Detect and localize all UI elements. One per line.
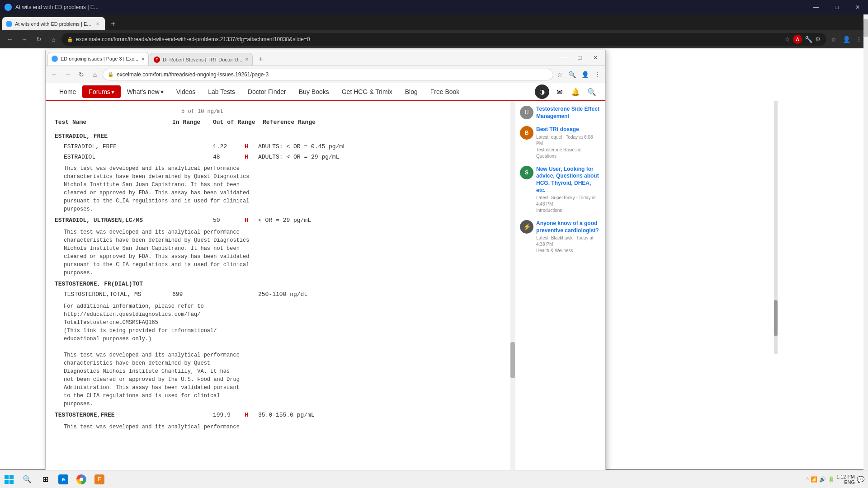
nav-search-icon[interactable]: 🔍 (585, 85, 598, 98)
section-estradiol-ultrasen: ESTRADIOL, ULTRASEN,LC/MS 50 H < OR = 29… (55, 216, 506, 277)
tray-notifications[interactable]: 💬 (857, 476, 864, 483)
system-clock[interactable]: 1:12 PM ENG (836, 474, 855, 485)
inner-back-button[interactable]: ← (48, 69, 60, 80)
right-sidebar: U Testosterone Side Effect Management B … (515, 101, 605, 472)
inner-address-text: excelmale.com/forum/threads/ed-ongoing-i… (117, 71, 548, 78)
nav-mail-icon[interactable]: ✉ (553, 85, 566, 98)
row-estradiol-free: ESTRADIOL, FREE 1.22 H ADULTS: < OR = 0.… (55, 142, 506, 152)
taskbar-app-edge[interactable]: e (54, 470, 72, 488)
content-scrollbar-track[interactable] (510, 101, 515, 472)
sidebar-thread-3: S New User, Looking for advice, Question… (520, 166, 601, 214)
section-estradiol-free: ESTRADIOL, FREE ESTRADIOL, FREE 1.22 H A… (55, 132, 506, 213)
inner-restore-button[interactable]: □ (572, 50, 588, 66)
profile-icon[interactable]: 👤 (841, 34, 852, 45)
inner-close-button[interactable]: ✕ (588, 50, 604, 66)
main-content: 5 of 10 ng/mL Test Name In Range Out of … (46, 101, 605, 472)
search-taskbar-btn[interactable]: 🔍 (18, 470, 36, 488)
windows-logo (5, 475, 14, 484)
e-in-range (172, 153, 213, 162)
favorites-icon[interactable]: ☆ (828, 34, 839, 45)
inner-tab-2-title: Dr Robert Stevens | TRT Doctor U... (163, 57, 242, 62)
inner-new-tab-button[interactable]: + (255, 53, 267, 66)
inner-tab-1-title: ED ongoing issues | Page 3 | Exc... (61, 56, 138, 61)
address-box[interactable]: 🔒 excelmale.com/forum/threads/at-wits-en… (61, 33, 826, 46)
taskbar-app-3[interactable]: F (90, 470, 108, 488)
inner-search-icon[interactable]: 🔍 (568, 71, 576, 78)
inner-forward-button[interactable]: → (62, 69, 74, 80)
testosterone-fr-note: For additional information, please refer… (64, 302, 506, 408)
nav-doctor-finder[interactable]: Doctor Finder (241, 85, 292, 98)
tab-close-button[interactable]: ✕ (94, 20, 101, 28)
edge-icon: e (58, 474, 68, 484)
nav-free-book[interactable]: Free Book (424, 85, 466, 98)
win-logo-tl (5, 475, 9, 479)
inner-star-icon[interactable]: ☆ (557, 71, 563, 78)
inner-tab-1-close[interactable]: ✕ (141, 56, 145, 61)
close-button[interactable]: ✕ (847, 0, 868, 14)
outer-scrollbar-thumb[interactable] (863, 19, 868, 37)
nav-get-hcg[interactable]: Get HCG & Trimix (335, 85, 399, 98)
active-tab[interactable]: 🌐 At wits end with ED problems | E... ✕ (2, 17, 105, 30)
nav-videos[interactable]: Videos (170, 85, 202, 98)
extension-icon2[interactable]: ⚙ (815, 36, 821, 43)
thread-2-title[interactable]: Best TRt dosage (536, 126, 601, 133)
taskbar-app-chrome[interactable] (72, 470, 90, 488)
thread-2-row: B Best TRt dosage Latest: equel · Today … (520, 126, 601, 160)
inner-home-button[interactable]: ⌂ (89, 69, 101, 80)
thread-3-avatar: S (520, 166, 533, 179)
sidebar-thread-1: U Testosterone Side Effect Management (520, 106, 601, 120)
tt-flag (245, 290, 258, 300)
tray-expand[interactable]: ^ (807, 477, 809, 482)
extension-icon[interactable]: 🔧 (805, 36, 812, 43)
inner-tab-2[interactable]: T Dr Robert Stevens | TRT Doctor U... ✕ (150, 53, 253, 66)
nav-forums[interactable]: Forums ▾ (82, 85, 120, 98)
inner-menu-icon[interactable]: ⋮ (594, 71, 601, 78)
header-ref-range: Reference Range (263, 118, 506, 127)
nav-theme-toggle[interactable]: ◑ (535, 84, 549, 99)
settings-icon[interactable]: ⋮ (854, 34, 864, 45)
forward-button[interactable]: → (18, 33, 31, 46)
thread-1-row: U Testosterone Side Effect Management (520, 106, 601, 120)
nav-home[interactable]: Home (53, 85, 82, 98)
inner-tab-1[interactable]: 🌐 ED ongoing issues | Page 3 | Exc... ✕ (47, 52, 149, 66)
inner-minimize-button[interactable]: — (556, 50, 572, 66)
tray-volume[interactable]: 🔊 (819, 476, 826, 483)
task-view-btn[interactable]: ⊞ (36, 470, 54, 488)
home-button[interactable]: ⌂ (47, 33, 60, 46)
outer-address-bar: ← → ↻ ⌂ 🔒 excelmale.com/forum/threads/at… (0, 30, 868, 48)
inner-scrollbar-track[interactable] (774, 101, 778, 354)
win-logo-br (9, 480, 14, 484)
testosterone-free-note: This test was developed and its analytic… (64, 423, 506, 431)
refresh-button[interactable]: ↻ (33, 33, 45, 46)
outer-scrollbar-track[interactable] (863, 14, 868, 470)
inner-tab-2-close[interactable]: ✕ (245, 57, 249, 62)
thread-1-title[interactable]: Testosterone Side Effect Management (536, 106, 601, 120)
inner-address-box[interactable]: 🔒 excelmale.com/forum/threads/ed-ongoing… (103, 69, 553, 80)
section-testosterone-free: TESTOSTERONE,FREE 199.9 H 35.0-155.0 pg/… (55, 411, 506, 431)
back-button[interactable]: ← (4, 33, 16, 46)
thread-3-title[interactable]: New User, Looking for advice, Questions … (536, 166, 601, 194)
inner-window-controls: — □ ✕ (556, 50, 604, 66)
new-tab-button[interactable]: + (107, 18, 120, 30)
nav-buy-books[interactable]: Buy Books (292, 85, 335, 98)
content-scrollbar-thumb[interactable] (510, 342, 515, 378)
sidebar-thread-2: B Best TRt dosage Latest: equel · Today … (520, 126, 601, 160)
nav-bell-icon[interactable]: 🔔 (569, 85, 582, 98)
tray-network[interactable]: 📶 (811, 476, 817, 483)
thread-4-title[interactable]: Anyone know of a good preventive cardiol… (536, 220, 601, 234)
thread-2-avatar: B (520, 126, 533, 140)
star-icon[interactable]: ☆ (784, 36, 790, 43)
nav-blog[interactable]: Blog (399, 85, 424, 98)
nav-lab-tests[interactable]: Lab Tests (202, 85, 241, 98)
tfree-name: TESTOSTERONE,FREE (55, 411, 172, 420)
minimize-button[interactable]: — (806, 0, 826, 14)
inner-profile-icon[interactable]: 👤 (581, 71, 589, 78)
tab-favicon: 🌐 (6, 21, 12, 27)
nav-whats-new[interactable]: What's new ▾ (121, 85, 170, 98)
inner-scrollbar-thumb[interactable] (774, 300, 778, 336)
tray-battery[interactable]: 🔋 (828, 476, 835, 483)
tfr-title: TESTOSTERONE, FR(DIAL)TOT (55, 280, 172, 289)
start-button[interactable] (0, 470, 18, 488)
maximize-button[interactable]: □ (826, 0, 847, 14)
inner-refresh-button[interactable]: ↻ (75, 69, 87, 80)
